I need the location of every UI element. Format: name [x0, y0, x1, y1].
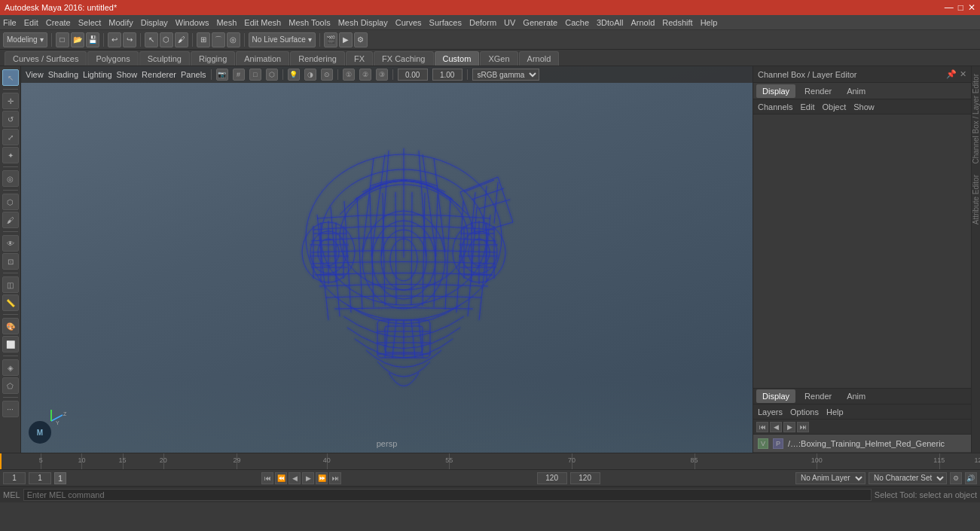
layer-visibility-button[interactable]: V [758, 438, 768, 449]
render-settings-button[interactable]: ⚙ [354, 32, 368, 47]
menubar-item-redshift[interactable]: Redshift [662, 18, 692, 27]
menubar-item-modify[interactable]: Modify [108, 18, 133, 27]
menubar-item-edit-mesh[interactable]: Edit Mesh [244, 18, 281, 27]
char-set-select[interactable]: No Character Set [869, 472, 947, 484]
timeline[interactable]: 51015202940557085100115120 [0, 453, 980, 469]
right-panel-pin-icon[interactable]: 📌 [946, 69, 957, 79]
snap-point-button[interactable]: ◎ [227, 32, 240, 47]
menubar-item-generate[interactable]: Generate [523, 18, 557, 27]
menubar-item-deform[interactable]: Deform [469, 18, 496, 27]
vp-ao-icon[interactable]: ⊙ [321, 69, 333, 81]
snap-curve-button[interactable]: ⌒ [212, 32, 225, 47]
frame-current-input[interactable] [29, 472, 51, 484]
rp-tab-render[interactable]: Render [798, 84, 838, 98]
tab-animation[interactable]: Animation [236, 51, 289, 66]
rp-tab-anim[interactable]: Anim [841, 84, 872, 98]
crease-button[interactable]: ◈ [2, 359, 19, 376]
xray-button[interactable]: ⬜ [2, 336, 19, 352]
tab-rendering[interactable]: Rendering [290, 51, 345, 66]
right-panel-close-icon[interactable]: ✕ [960, 69, 966, 79]
vp-shadow-icon[interactable]: ◑ [304, 69, 316, 81]
layer-prev-prev-button[interactable]: ⏮ [756, 422, 768, 432]
play-last-button[interactable]: ⏭ [329, 472, 341, 484]
bevel-button[interactable]: ⬠ [2, 377, 19, 394]
vp-menu-show[interactable]: Show [117, 70, 138, 79]
render-button[interactable]: 🎬 [324, 32, 337, 47]
help-menu[interactable]: Help [826, 407, 844, 417]
vp-value1-input[interactable] [398, 69, 428, 81]
tab-fx[interactable]: FX [346, 51, 373, 66]
menubar-item-display[interactable]: Display [141, 18, 168, 27]
vp-wireframe-icon[interactable]: ⬡ [266, 69, 278, 81]
menubar-item-select[interactable]: Select [78, 18, 102, 27]
menubar-item-mesh-tools[interactable]: Mesh Tools [289, 18, 330, 27]
new-scene-button[interactable]: □ [56, 32, 69, 47]
tab-custom[interactable]: Custom [435, 51, 480, 66]
vp-grid-icon[interactable]: # [233, 69, 245, 81]
menubar-item-uv[interactable]: UV [504, 18, 515, 27]
mel-input[interactable] [23, 489, 872, 501]
vp-gamma-select[interactable]: sRGB gamma [472, 69, 539, 81]
select-tool-button[interactable]: ↖ [145, 32, 158, 47]
vp-menu-lighting[interactable]: Lighting [83, 70, 112, 79]
extra-tools-button[interactable]: ··· [2, 401, 19, 417]
scale-tool-button[interactable]: ⤢ [2, 129, 19, 145]
anim-tab-display[interactable]: Display [756, 389, 795, 403]
timeline-ruler[interactable]: 51015202940557085100115120 [0, 453, 980, 469]
menubar-item-cache[interactable]: Cache [565, 18, 589, 27]
object-menu[interactable]: Object [822, 102, 846, 111]
tab-xgen[interactable]: XGen [480, 51, 517, 66]
timeline-playhead[interactable] [0, 453, 2, 469]
vp-mode-3-icon[interactable]: ③ [376, 69, 388, 81]
ipr-button[interactable]: ▶ [339, 32, 353, 47]
play-first-button[interactable]: ⏮ [261, 472, 273, 484]
layers-menu[interactable]: Layers [758, 407, 783, 417]
audio-button[interactable]: 🔊 [965, 472, 977, 484]
vp-mode-2-icon[interactable]: ② [359, 69, 371, 81]
snap-grid-button[interactable]: ⊞ [197, 32, 210, 47]
undo-button[interactable]: ↩ [108, 32, 121, 47]
menubar-item-arnold[interactable]: Arnold [630, 18, 655, 27]
isolate-button[interactable]: ⊡ [2, 253, 19, 270]
menubar-item-curves[interactable]: Curves [395, 18, 422, 27]
tab-polygons[interactable]: Polygons [87, 51, 138, 66]
edit-menu[interactable]: Edit [800, 102, 814, 111]
show-hide-button[interactable]: 👁 [2, 235, 19, 252]
menubar-item-windows[interactable]: Windows [176, 18, 209, 27]
layer-prev-button[interactable]: ◀ [770, 422, 782, 432]
menubar-item-help[interactable]: Help [701, 18, 718, 27]
sculpt-button[interactable]: ⬡ [2, 194, 19, 210]
vp-menu-view[interactable]: View [26, 70, 44, 79]
window-controls[interactable]: — □ ✕ [945, 2, 975, 13]
frame-marker[interactable]: 1 [54, 472, 66, 484]
vp-menu-shading[interactable]: Shading [48, 70, 78, 79]
menubar-item-surfaces[interactable]: Surfaces [429, 18, 462, 27]
snap-align-button[interactable]: ◫ [2, 276, 19, 293]
save-scene-button[interactable]: 💾 [86, 32, 99, 47]
menubar-item-file[interactable]: File [3, 18, 17, 27]
viewport[interactable]: View Shading Lighting Show Renderer Pane… [21, 66, 753, 453]
menubar-item-create[interactable]: Create [46, 18, 71, 27]
minimize-button[interactable]: — [945, 2, 954, 13]
anim-tab-render[interactable]: Render [798, 389, 838, 403]
rp-tab-display[interactable]: Display [756, 84, 795, 98]
anim-layer-select[interactable]: No Anim Layer [795, 472, 866, 484]
tab-sculpting[interactable]: Sculpting [139, 51, 190, 66]
move-tool-button[interactable]: ✛ [2, 93, 19, 109]
vp-menu-panels[interactable]: Panels [181, 70, 206, 79]
tab-fx-caching[interactable]: FX Caching [374, 51, 433, 66]
menubar-item-3dtoall[interactable]: 3DtoAll [597, 18, 623, 27]
paint-skin-button[interactable]: 🖌 [2, 212, 19, 228]
soft-select-button[interactable]: ◎ [2, 170, 19, 187]
maximize-button[interactable]: □ [958, 2, 963, 13]
play-forward-button[interactable]: ▶ [302, 472, 314, 484]
anim-tab-anim[interactable]: Anim [841, 389, 872, 403]
measure-button[interactable]: 📏 [2, 294, 19, 311]
layer-next-button[interactable]: ▶ [783, 422, 795, 432]
vp-display-icon[interactable]: □ [249, 69, 261, 81]
menubar-item-mesh-display[interactable]: Mesh Display [338, 18, 388, 27]
display-color-button[interactable]: 🎨 [2, 318, 19, 334]
frame-end-range-input[interactable] [537, 472, 567, 484]
frame-end-input[interactable] [570, 472, 600, 484]
tab-curves-surfaces[interactable]: Curves / Surfaces [5, 51, 87, 66]
